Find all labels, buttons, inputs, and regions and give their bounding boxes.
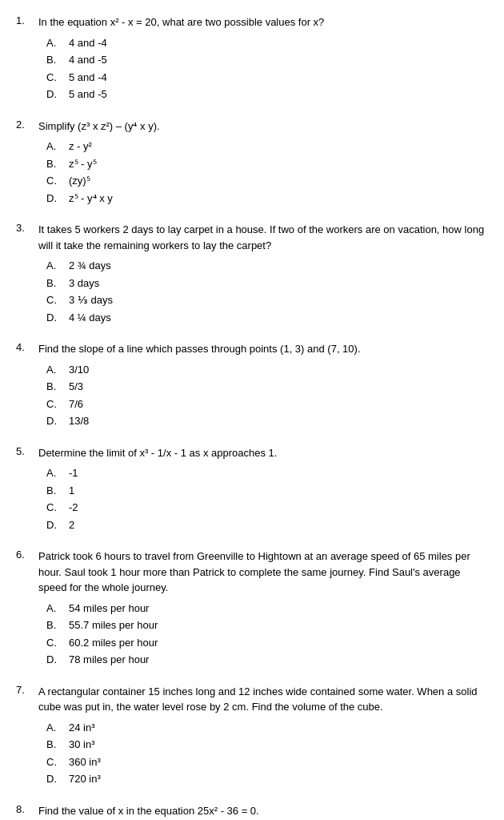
- options-list: A.24 in³B.30 in³C.360 in³D.720 in³: [46, 720, 488, 787]
- question-text: Find the value of x in the equation 25x²…: [38, 803, 488, 819]
- question-content: Determine the limit of x³ - 1/x - 1 as x…: [38, 445, 488, 535]
- option-letter: D.: [46, 517, 69, 533]
- option-letter: B.: [46, 52, 69, 68]
- option-row: C.(zy)⁵: [46, 173, 488, 189]
- option-text: z⁵ - y⁴ x y: [69, 191, 113, 207]
- question-text: Determine the limit of x³ - 1/x - 1 as x…: [38, 445, 488, 461]
- option-text: 5 and -5: [69, 86, 107, 102]
- question-content: Patrick took 6 hours to travel from Gree…: [38, 549, 488, 669]
- option-row: D.78 miles per hour: [46, 652, 488, 668]
- option-row: C.5 and -4: [46, 70, 488, 86]
- option-text: z⁵ - y⁵: [69, 156, 97, 172]
- option-text: 1: [69, 483, 74, 499]
- question-number: 3.: [16, 222, 38, 327]
- quiz-container: 1.In the equation x² - x = 20, what are …: [16, 14, 488, 820]
- question-block: 2.Simplify (z³ x z²) – (y⁴ x y).A.z - y²…: [16, 119, 488, 208]
- option-row: B.1: [46, 483, 488, 499]
- option-text: 24 in³: [69, 720, 95, 736]
- option-row: A.2 ¾ days: [46, 258, 488, 274]
- option-row: B.z⁵ - y⁵: [46, 156, 488, 172]
- option-text: 360 in³: [69, 754, 101, 770]
- option-row: B.55.7 miles per hour: [46, 617, 488, 633]
- question-content: Find the value of x in the equation 25x²…: [38, 803, 488, 821]
- question-text: Find the slope of a line which passes th…: [38, 341, 488, 357]
- option-text: z - y²: [69, 139, 92, 155]
- question-number: 6.: [16, 549, 38, 669]
- option-row: C.3 ⅓ days: [46, 292, 488, 308]
- option-row: D.5 and -5: [46, 86, 488, 102]
- option-text: 78 miles per hour: [69, 652, 149, 668]
- option-row: B.30 in³: [46, 737, 488, 753]
- option-letter: D.: [46, 413, 69, 429]
- option-row: A.-1: [46, 465, 488, 481]
- option-text: 4 ¼ days: [69, 310, 111, 326]
- option-text: 2 ¾ days: [69, 258, 111, 274]
- question-content: It takes 5 workers 2 days to lay carpet …: [38, 222, 488, 327]
- question-number: 2.: [16, 119, 38, 208]
- option-letter: C.: [46, 292, 69, 308]
- options-list: A.4 and -4B.4 and -5C.5 and -4D.5 and -5: [46, 35, 488, 102]
- options-list: A.54 miles per hourB.55.7 miles per hour…: [46, 601, 488, 668]
- option-text: 4 and -5: [69, 52, 107, 68]
- option-row: C.60.2 miles per hour: [46, 635, 488, 651]
- option-row: A.24 in³: [46, 720, 488, 736]
- option-letter: B.: [46, 737, 69, 753]
- option-row: D.z⁵ - y⁴ x y: [46, 191, 488, 207]
- option-text: 4 and -4: [69, 35, 107, 51]
- option-letter: B.: [46, 379, 69, 395]
- option-text: -1: [69, 465, 78, 481]
- question-number: 4.: [16, 341, 38, 431]
- option-text: 60.2 miles per hour: [69, 635, 158, 651]
- option-text: -2: [69, 500, 78, 516]
- option-letter: D.: [46, 86, 69, 102]
- question-text: Patrick took 6 hours to travel from Gree…: [38, 549, 488, 596]
- option-row: B.5/3: [46, 379, 488, 395]
- option-letter: B.: [46, 483, 69, 499]
- option-row: A.4 and -4: [46, 35, 488, 51]
- option-letter: C.: [46, 70, 69, 86]
- question-block: 5.Determine the limit of x³ - 1/x - 1 as…: [16, 445, 488, 535]
- option-row: D.4 ¼ days: [46, 310, 488, 326]
- option-row: A.54 miles per hour: [46, 601, 488, 617]
- option-letter: A.: [46, 258, 69, 274]
- option-letter: C.: [46, 396, 69, 412]
- option-letter: D.: [46, 310, 69, 326]
- option-row: A.3/10: [46, 362, 488, 378]
- option-letter: B.: [46, 275, 69, 291]
- question-block: 3.It takes 5 workers 2 days to lay carpe…: [16, 222, 488, 327]
- options-list: A.3/10B.5/3C.7/6D.13/8: [46, 362, 488, 429]
- option-text: 7/6: [69, 396, 83, 412]
- option-row: D.720 in³: [46, 771, 488, 787]
- option-letter: A.: [46, 720, 69, 736]
- option-text: 54 miles per hour: [69, 601, 149, 617]
- option-letter: D.: [46, 771, 69, 787]
- question-block: 8.Find the value of x in the equation 25…: [16, 803, 488, 821]
- option-text: 3 days: [69, 275, 99, 291]
- option-text: 13/8: [69, 413, 89, 429]
- option-row: C.7/6: [46, 396, 488, 412]
- option-text: 5/3: [69, 379, 83, 395]
- question-content: Simplify (z³ x z²) – (y⁴ x y).A.z - y²B.…: [38, 119, 488, 208]
- option-letter: D.: [46, 652, 69, 668]
- option-text: 5 and -4: [69, 70, 107, 86]
- option-row: B.4 and -5: [46, 52, 488, 68]
- options-list: A.z - y²B.z⁵ - y⁵C.(zy)⁵D.z⁵ - y⁴ x y: [46, 139, 488, 206]
- option-letter: A.: [46, 139, 69, 155]
- option-row: B.3 days: [46, 275, 488, 291]
- option-letter: C.: [46, 635, 69, 651]
- options-list: A.-1B.1C.-2D.2: [46, 465, 488, 533]
- option-row: C.360 in³: [46, 754, 488, 770]
- question-block: 7.A rectangular container 15 inches long…: [16, 684, 488, 789]
- option-row: C.-2: [46, 500, 488, 516]
- question-text: In the equation x² - x = 20, what are tw…: [38, 14, 488, 30]
- question-block: 4.Find the slope of a line which passes …: [16, 341, 488, 431]
- question-text: Simplify (z³ x z²) – (y⁴ x y).: [38, 119, 488, 135]
- question-block: 6.Patrick took 6 hours to travel from Gr…: [16, 549, 488, 669]
- option-text: 2: [69, 517, 74, 533]
- option-text: 720 in³: [69, 771, 101, 787]
- question-number: 1.: [16, 14, 38, 104]
- option-text: 30 in³: [69, 737, 95, 753]
- option-row: D.13/8: [46, 413, 488, 429]
- question-number: 5.: [16, 445, 38, 535]
- option-letter: A.: [46, 465, 69, 481]
